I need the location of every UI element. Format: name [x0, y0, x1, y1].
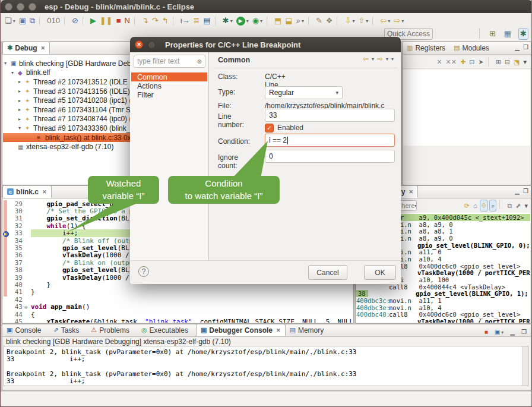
- close-icon[interactable]: ✕: [41, 45, 46, 51]
- view-menu-icon[interactable]: ▾: [522, 56, 528, 68]
- maximize-icon[interactable]: ❐ ▾: [520, 326, 528, 338]
- dialog-nav-item[interactable]: Actions: [131, 81, 207, 90]
- dialog-window-button[interactable]: [148, 41, 156, 49]
- import-icon[interactable]: ⬓ ▾: [284, 15, 293, 27]
- step-return-icon[interactable]: ↰ ▾: [161, 15, 170, 27]
- dialog-nav-item[interactable]: Filter: [131, 90, 207, 99]
- breakpoint-marker-icon[interactable]: [3, 311, 8, 318]
- chevron-down-icon[interactable]: ▾: [414, 203, 417, 209]
- open-perspective-icon[interactable]: ⊞: [488, 28, 497, 40]
- save-all-icon[interactable]: ⧉ ▾: [28, 15, 36, 27]
- separator[interactable]: [488, 57, 492, 67]
- step-into-icon[interactable]: ↴ ▾: [141, 15, 150, 27]
- minimize-icon[interactable]: ▁ ▾: [509, 326, 516, 338]
- package-icon[interactable]: ❖ ▾: [325, 15, 334, 27]
- back-icon[interactable]: ⇦ ▾: [379, 15, 391, 27]
- view-menu-icon[interactable]: ▾: [523, 200, 529, 212]
- collapse-all-icon[interactable]: ⊟: [504, 56, 511, 68]
- remove-all-register-groups-icon[interactable]: ✕✕: [445, 56, 458, 68]
- chevron-down-icon[interactable]: ▾: [335, 90, 338, 96]
- dialog-nav-item[interactable]: Common: [131, 72, 207, 81]
- help-icon[interactable]: ?: [138, 266, 149, 277]
- breakpoint-marker-icon[interactable]: [3, 259, 8, 266]
- maximize-icon[interactable]: ❐: [523, 188, 528, 194]
- disconnect-icon[interactable]: N ▾: [124, 15, 131, 27]
- expander-icon[interactable]: ▾: [4, 61, 11, 66]
- breakpoint-marker-icon[interactable]: [3, 222, 8, 229]
- next-annotation-icon[interactable]: ⇩ ▾: [343, 15, 356, 27]
- scrollbar[interactable]: [522, 346, 528, 386]
- ok-button[interactable]: OK: [364, 265, 396, 280]
- workspace-perspective-icon[interactable]: ▦: [503, 28, 512, 40]
- debug-icon[interactable]: ✱ ▾: [221, 15, 234, 27]
- clear-filter-icon[interactable]: ⊗: [197, 58, 202, 65]
- breakpoint-marker-icon[interactable]: [3, 215, 8, 222]
- terminate-icon[interactable]: ■ ▾: [115, 15, 122, 27]
- expander-icon[interactable]: ▾: [11, 70, 18, 75]
- export-icon[interactable]: ⬈: [514, 200, 522, 212]
- console-output[interactable]: Breakpoint 2, blink_task (pvParameter=0x…: [4, 346, 528, 386]
- console-tab[interactable]: ▤ Memory: [286, 324, 332, 336]
- breakpoint-marker-icon[interactable]: [3, 289, 8, 296]
- console-tab[interactable]: ⚠ Problems: [87, 324, 137, 336]
- type-dropdown[interactable]: Regular ▾: [265, 86, 343, 99]
- separator[interactable]: ▾: [64, 16, 68, 26]
- resume-icon[interactable]: ▶ ▾: [89, 15, 97, 27]
- open-folder-icon[interactable]: ⬒ ▾: [273, 15, 283, 27]
- minimize-icon[interactable]: ▁: [515, 188, 520, 194]
- breakpoint-marker-icon[interactable]: [3, 318, 8, 323]
- registers-tab[interactable]: ▤ Modules: [449, 42, 493, 54]
- forward-icon[interactable]: ⇨ ▾: [392, 15, 405, 27]
- back-icon[interactable]: ⇦: [363, 55, 369, 63]
- console-tab[interactable]: ▣ Debugger Console ✕: [196, 324, 286, 336]
- skip-all-breakpoints-icon[interactable]: ⊘ ▾: [71, 15, 80, 27]
- console-tab[interactable]: ▣ Console: [2, 324, 49, 336]
- chevron-down-icon[interactable]: ▾: [372, 56, 374, 62]
- window-minimize-button[interactable]: [17, 3, 24, 11]
- minimize-icon[interactable]: ▁: [515, 44, 520, 51]
- tab-debug[interactable]: ✱ Debug ✕: [2, 42, 50, 54]
- chevron-down-icon[interactable]: ▾: [386, 56, 388, 62]
- expander-icon[interactable]: ▸: [18, 116, 25, 122]
- breakpoint-marker-icon[interactable]: [3, 245, 8, 252]
- console-tab[interactable]: ⇗ Tasks: [49, 324, 87, 336]
- window-maximize-button[interactable]: [28, 3, 36, 11]
- separator[interactable]: [499, 200, 503, 209]
- maximize-icon[interactable]: ❐: [523, 44, 528, 51]
- tab-blink-c[interactable]: c blink.c ✕: [2, 185, 52, 198]
- separator[interactable]: ▾: [308, 16, 312, 26]
- dialog-close-button[interactable]: ✕: [135, 40, 143, 49]
- expander-icon[interactable]: ▾: [18, 125, 25, 131]
- ignore-count-field[interactable]: 0: [265, 150, 395, 163]
- breakpoint-marker-icon[interactable]: [3, 296, 8, 303]
- breakpoint-marker-icon[interactable]: [3, 267, 8, 274]
- breakpoint-marker-icon[interactable]: [3, 230, 8, 237]
- save-icon[interactable]: ▣ ▾: [18, 15, 27, 27]
- fold-icon[interactable]: ⊖: [24, 304, 31, 310]
- binary-icon[interactable]: 010 ▾: [46, 15, 61, 27]
- separator[interactable]: ▾: [83, 16, 86, 26]
- pointer-icon[interactable]: ➤: [477, 56, 484, 68]
- cancel-button[interactable]: Cancel: [308, 265, 347, 280]
- track-expression-icon[interactable]: ⧉: [506, 200, 513, 212]
- breakpoint-marker-icon[interactable]: [3, 304, 8, 311]
- search-icon[interactable]: ⌕ ▾: [295, 15, 305, 27]
- expand-all-icon[interactable]: ⊞: [495, 56, 502, 68]
- step-over-icon[interactable]: ↷ ▾: [151, 15, 160, 27]
- registers-tab[interactable]: ▥ Registers: [403, 42, 449, 54]
- breakpoints-view-icon[interactable]: ▤ ▾: [202, 15, 211, 27]
- close-icon[interactable]: ✕: [42, 189, 47, 195]
- breakpoint-marker-icon[interactable]: [3, 208, 8, 215]
- home-icon[interactable]: ⌂: [472, 200, 479, 212]
- suspend-icon[interactable]: ❚❚ ▾: [99, 15, 114, 27]
- forward-icon[interactable]: ⇨: [377, 55, 383, 63]
- line-number-field[interactable]: 33: [265, 109, 395, 122]
- separator[interactable]: ▾: [372, 16, 376, 26]
- sync-selection-icon[interactable]: ⟐: [480, 200, 489, 212]
- separator[interactable]: ▾: [134, 16, 138, 26]
- separator[interactable]: ▾: [215, 16, 218, 26]
- expander-icon[interactable]: ▸: [18, 98, 25, 103]
- refresh-icon[interactable]: ⟳: [463, 200, 471, 212]
- instruction-stepping-icon[interactable]: i→ ▾: [179, 15, 191, 27]
- debug-perspective-icon[interactable]: ✱: [518, 28, 528, 40]
